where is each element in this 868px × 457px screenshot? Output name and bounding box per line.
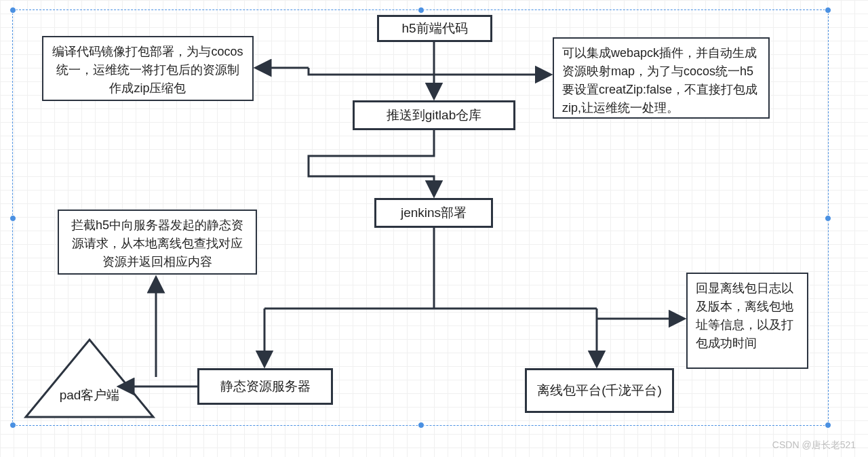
note-compile[interactable]: 编译代码镜像打包部署，为与cocos统一，运维统一将打包后的资源制作成zip压缩… xyxy=(42,36,254,101)
note-intercept[interactable]: 拦截h5中向服务器发起的静态资源请求，从本地离线包查找对应资源并返回相应内容 xyxy=(58,210,257,275)
node-static-server[interactable]: 静态资源服务器 xyxy=(197,368,333,405)
handle-w[interactable] xyxy=(9,215,16,222)
handle-se[interactable] xyxy=(825,422,831,429)
note-webpack[interactable]: 可以集成webapck插件，并自动生成资源映射map，为了与cocos统一h5要… xyxy=(553,37,770,119)
pad-client-label: pad客户端 xyxy=(42,386,137,404)
node-h5-frontend[interactable]: h5前端代码 xyxy=(377,15,492,42)
handle-nw[interactable] xyxy=(9,7,16,14)
node-push-gitlab[interactable]: 推送到gitlab仓库 xyxy=(353,100,515,130)
handle-n[interactable] xyxy=(418,7,425,14)
handle-s[interactable] xyxy=(418,422,425,429)
handle-e[interactable] xyxy=(825,215,831,222)
node-offline-platform[interactable]: 离线包平台(千泷平台) xyxy=(525,368,674,413)
note-log[interactable]: 回显离线包日志以及版本，离线包地址等信息，以及打包成功时间 xyxy=(686,273,808,369)
watermark: CSDN @唐长老521 xyxy=(772,439,856,452)
handle-sw[interactable] xyxy=(9,422,16,429)
handle-ne[interactable] xyxy=(825,7,831,14)
node-pad-client[interactable] xyxy=(22,336,157,422)
svg-marker-0 xyxy=(26,340,153,417)
node-jenkins[interactable]: jenkins部署 xyxy=(374,198,493,228)
